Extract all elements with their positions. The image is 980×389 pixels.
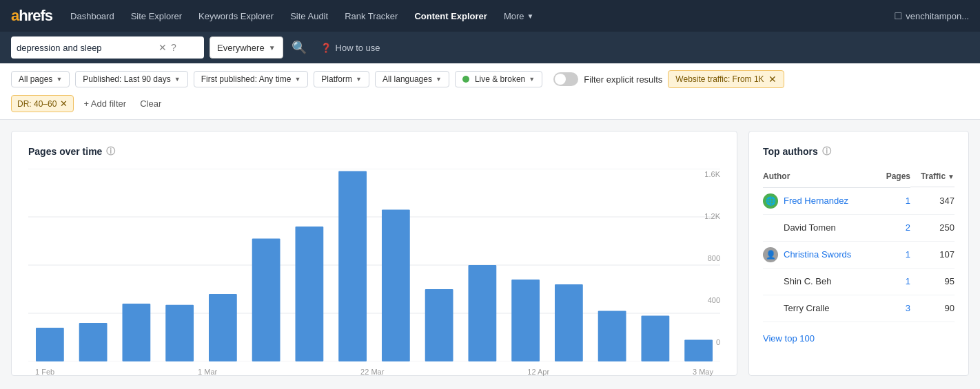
col-pages: Pages [879,169,910,187]
all-pages-arrow-icon: ▼ [56,76,62,83]
published-label: Published: Last 90 days [83,74,170,84]
author-traffic: 107 [910,241,955,268]
nav-link-keywords-explorer[interactable]: Keywords Explorer [192,7,280,25]
website-traffic-close-icon[interactable]: ✕ [768,74,777,85]
top-authors-sidebar: Top authors ⓘ Author Pages Traffic ▼ 🌐Fr… [748,131,969,376]
table-row: Terry Cralle390 [763,295,955,322]
author-pages-link[interactable]: 2 [906,222,910,233]
add-filter-button[interactable]: + Add filter [79,96,130,112]
y-label-1600: 1.6K [704,170,720,178]
first-published-filter[interactable]: First published: Any time ▼ [194,71,309,87]
explicit-filter-label: Filter explicit results [584,74,662,85]
svg-rect-18 [598,311,626,362]
explicit-filter-toggle-wrap: Filter explicit results [553,72,662,86]
chart-svg [28,169,720,361]
author-name-link[interactable]: Christina Swords [784,249,851,260]
dr-filter-close-icon[interactable]: ✕ [60,98,68,109]
explicit-filter-toggle[interactable] [553,72,578,86]
dropdown-arrow-icon: ▼ [269,44,276,52]
platform-arrow-icon: ▼ [356,76,362,83]
svg-rect-7 [122,304,150,361]
author-name: Terry Cralle [784,303,829,313]
search-input[interactable] [17,43,154,53]
table-row: Shin C. Beh195 [763,268,955,295]
all-languages-arrow-icon: ▼ [436,76,442,83]
search-input-wrapper: ✕ ? [11,36,204,59]
x-label-1-feb: 1 Feb [35,368,54,376]
live-broken-label: Live & broken [475,74,525,84]
main-content: Pages over time ⓘ 1 Feb 1 Mar 22 Mar 12 … [0,120,980,387]
view-top-100-link[interactable]: View top 100 [763,333,955,344]
sidebar-help-icon[interactable]: ⓘ [822,145,831,158]
svg-rect-16 [511,280,540,361]
website-traffic-tag: Website traffic: From 1K ✕ [668,70,784,88]
all-pages-filter[interactable]: All pages ▼ [11,71,70,87]
col-traffic[interactable]: Traffic ▼ [910,169,955,187]
chart-help-icon[interactable]: ⓘ [106,145,115,158]
author-avatar: 👤 [763,247,778,262]
author-name: Shin C. Beh [784,276,831,286]
search-go-button[interactable]: 🔍 [289,37,309,58]
author-traffic: 90 [910,295,955,322]
author-traffic: 347 [910,187,955,214]
nav-link-site-explorer[interactable]: Site Explorer [124,7,189,25]
top-navigation: ahrefs Dashboard Site Explorer Keywords … [0,0,980,32]
username-label: venchitampon... [906,11,969,21]
brand-logo[interactable]: ahrefs [11,7,52,25]
help-circle-icon: ❓ [320,43,331,53]
live-broken-filter[interactable]: Live & broken ▼ [455,71,542,87]
svg-rect-14 [425,289,453,361]
sidebar-title-text: Top authors [763,146,818,157]
x-label-22-mar: 22 Mar [360,368,384,376]
y-label-0: 0 [704,338,720,346]
svg-rect-5 [36,328,64,361]
svg-rect-17 [555,284,583,361]
author-pages: 1 [879,268,910,295]
all-languages-label: All languages [382,74,432,84]
location-label: Everywhere [217,43,265,53]
nav-more-dropdown[interactable]: More ▼ [497,7,541,25]
user-menu[interactable]: □ venchitampon... [895,10,969,22]
search-help-icon[interactable]: ? [171,42,176,53]
y-label-1200: 1.2K [704,212,720,220]
author-pages-link[interactable]: 1 [906,196,910,206]
how-to-use-link[interactable]: ❓ How to use [320,43,380,53]
filters-bar: All pages ▼ Published: Last 90 days ▼ Fi… [0,63,980,120]
table-row: 👤Christina Swords1107 [763,241,955,268]
svg-rect-6 [79,323,108,361]
dr-filter-tag: DR: 40–60 ✕ [11,95,74,112]
dr-filter-label: DR: 40–60 [17,99,57,109]
col-author: Author [763,169,879,187]
author-pages-link[interactable]: 1 [906,249,910,260]
author-name: David Tomen [784,222,836,233]
nav-link-rank-tracker[interactable]: Rank Tracker [338,7,405,25]
live-status-dot [462,76,469,83]
clear-label: Clear [140,98,161,109]
add-filter-label: + Add filter [83,98,126,109]
search-clear-icon[interactable]: ✕ [159,42,167,53]
all-languages-filter[interactable]: All languages ▼ [375,71,449,87]
sidebar-title: Top authors ⓘ [763,145,955,158]
chart-title: Pages over time ⓘ [28,145,720,158]
svg-rect-9 [209,294,237,361]
published-filter[interactable]: Published: Last 90 days ▼ [75,71,187,87]
author-pages-link[interactable]: 3 [906,303,910,313]
author-name-link[interactable]: Fred Hernandez [784,196,848,206]
all-pages-label: All pages [19,74,52,84]
author-pages-link[interactable]: 1 [906,276,910,286]
first-published-label: First published: Any time [201,74,292,84]
chart-area: Pages over time ⓘ 1 Feb 1 Mar 22 Mar 12 … [11,131,737,376]
nav-link-dashboard[interactable]: Dashboard [63,7,121,25]
clear-filters-button[interactable]: Clear [136,96,165,112]
platform-filter[interactable]: Platform ▼ [314,71,369,87]
traffic-sort-icon: ▼ [948,173,955,180]
nav-link-content-explorer[interactable]: Content Explorer [407,7,493,25]
authors-table: Author Pages Traffic ▼ 🌐Fred Hernandez13… [763,169,955,322]
location-dropdown[interactable]: Everywhere ▼ [210,36,283,59]
nav-more-arrow-icon: ▼ [527,12,534,20]
nav-link-site-audit[interactable]: Site Audit [283,7,335,25]
monitor-icon: □ [895,10,902,22]
search-bar: ✕ ? Everywhere ▼ 🔍 ❓ How to use [0,32,980,63]
svg-rect-10 [252,239,280,362]
author-avatar: 🌐 [763,193,778,209]
